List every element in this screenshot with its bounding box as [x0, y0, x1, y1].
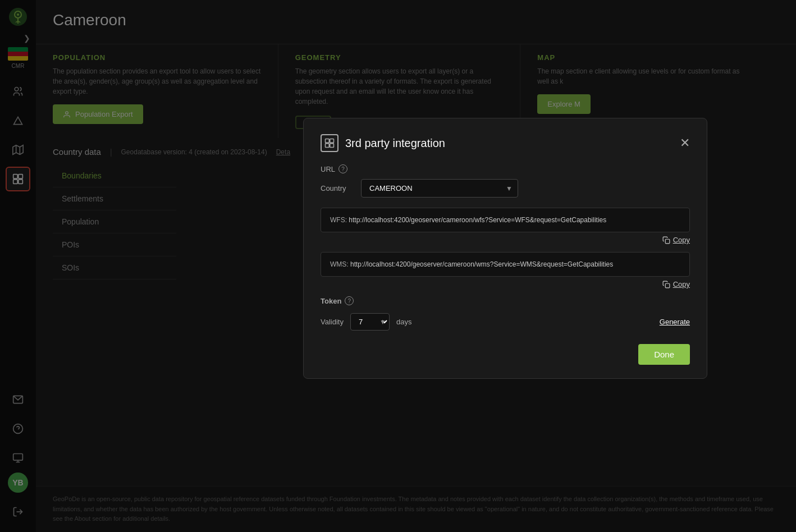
token-section: Token ? Validity 1 3 7 14 30 ▼ days Gene… — [321, 296, 690, 331]
done-button[interactable]: Done — [638, 344, 690, 365]
modal-footer: Done — [321, 344, 690, 365]
modal-header: 3rd party integration ✕ — [321, 134, 690, 152]
svg-rect-28 — [665, 283, 670, 288]
wfs-copy-label: Copy — [673, 236, 690, 244]
validity-select[interactable]: 1 3 7 14 30 — [350, 313, 390, 331]
country-select-label: Country — [321, 184, 354, 192]
wfs-url: http://localhost:4200/geoserver/cameroon… — [349, 216, 606, 224]
url-help-icon[interactable]: ? — [338, 164, 347, 173]
modal-title: 3rd party integration — [345, 137, 445, 150]
svg-rect-23 — [326, 139, 330, 143]
wfs-url-box: WFS: http://localhost:4200/geoserver/cam… — [321, 208, 690, 232]
svg-rect-25 — [326, 144, 330, 148]
svg-rect-24 — [330, 139, 334, 143]
svg-rect-26 — [330, 144, 334, 148]
third-party-integration-modal: 3rd party integration ✕ URL ? Country CA… — [303, 118, 707, 379]
wms-url: http://localhost:4200/geoserver/cameroon… — [350, 260, 613, 268]
country-select-wrapper: CAMEROON ▼ — [361, 179, 518, 198]
validity-row: Validity 1 3 7 14 30 ▼ days Generate — [321, 313, 690, 331]
wms-copy-row: Copy — [321, 280, 690, 288]
wms-prefix: WMS: — [330, 260, 349, 268]
validity-label: Validity — [321, 318, 344, 326]
token-help-icon[interactable]: ? — [345, 296, 354, 305]
days-label: days — [396, 318, 411, 326]
country-select-row: Country CAMEROON ▼ — [321, 179, 690, 198]
wfs-copy-row: Copy — [321, 236, 690, 244]
svg-rect-27 — [665, 239, 670, 244]
wms-copy-label: Copy — [673, 280, 690, 288]
wfs-prefix: WFS: — [330, 216, 347, 224]
modal-close-button[interactable]: ✕ — [680, 136, 690, 150]
token-label: Token — [321, 297, 341, 305]
country-select[interactable]: CAMEROON — [361, 179, 518, 198]
wms-url-box: WMS: http://localhost:4200/geoserver/cam… — [321, 252, 690, 277]
generate-button[interactable]: Generate — [660, 318, 690, 326]
validity-select-wrapper: 1 3 7 14 30 ▼ — [350, 313, 390, 331]
modal-title-row: 3rd party integration — [321, 134, 445, 152]
modal-icon — [321, 134, 338, 152]
token-label-row: Token ? — [321, 296, 690, 305]
wms-copy-button[interactable]: Copy — [662, 280, 690, 288]
wfs-copy-button[interactable]: Copy — [662, 236, 690, 244]
url-label: URL ? — [321, 164, 690, 173]
